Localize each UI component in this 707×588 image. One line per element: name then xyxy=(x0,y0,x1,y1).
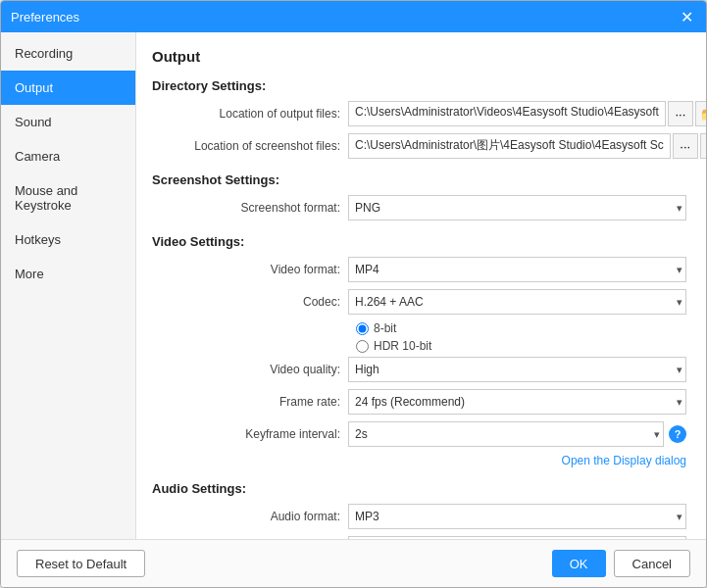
audio-format-label: Audio format: xyxy=(152,510,348,523)
screenshot-files-row: Location of screenshot files: C:\Users\A… xyxy=(152,133,686,159)
screenshot-folder-button[interactable]: 📁 xyxy=(700,133,706,159)
audio-format-control: MP3 AAC WAV FLAC ▾ xyxy=(348,504,686,529)
page-title: Output xyxy=(152,48,686,65)
video-quality-select-wrap: High Medium Low ▾ xyxy=(348,357,686,382)
audio-format-select[interactable]: MP3 AAC WAV FLAC xyxy=(348,504,686,529)
video-quality-row: Video quality: High Medium Low ▾ xyxy=(152,357,686,382)
codec-select-wrap: H.264 + AAC H.265 + AAC VP9 ▾ xyxy=(348,289,686,315)
output-folder-button[interactable]: 📁 xyxy=(695,101,706,126)
content-area: Recording Output Sound Camera Mouse and … xyxy=(1,32,706,539)
sidebar: Recording Output Sound Camera Mouse and … xyxy=(1,32,136,539)
video-format-row: Video format: MP4 MOV AVI MKV ▾ xyxy=(152,257,686,282)
codec-label: Codec: xyxy=(152,295,348,309)
directory-settings-title: Directory Settings: xyxy=(152,78,686,93)
framerate-select[interactable]: 24 fps (Recommend) 30 fps 60 fps xyxy=(348,389,686,415)
screenshot-files-label: Location of screenshot files: xyxy=(152,139,348,153)
video-format-select-wrap: MP4 MOV AVI MKV ▾ xyxy=(348,257,686,282)
8bit-row: 8-bit xyxy=(152,321,686,335)
framerate-label: Frame rate: xyxy=(152,395,348,409)
video-quality-control: High Medium Low ▾ xyxy=(348,357,686,382)
audio-format-select-wrap: MP3 AAC WAV FLAC ▾ xyxy=(348,504,686,529)
output-dots-button[interactable]: ··· xyxy=(668,101,693,126)
screenshot-settings-title: Screenshot Settings: xyxy=(152,172,686,187)
sidebar-item-more[interactable]: More xyxy=(1,257,135,291)
sidebar-item-mouse-and-keystroke[interactable]: Mouse and Keystroke xyxy=(1,173,135,222)
audio-codec-control: MP3 AAC ▾ xyxy=(348,536,686,539)
video-format-label: Video format: xyxy=(152,263,348,276)
help-button[interactable]: ? xyxy=(669,425,686,443)
screenshot-format-select-wrap: PNG JPG BMP GIF ▾ xyxy=(348,195,686,220)
audio-format-row: Audio format: MP3 AAC WAV FLAC ▾ xyxy=(152,504,686,529)
cancel-button[interactable]: Cancel xyxy=(614,550,690,577)
codec-row: Codec: H.264 + AAC H.265 + AAC VP9 ▾ xyxy=(152,289,686,315)
8bit-label: 8-bit xyxy=(374,321,396,335)
sidebar-item-hotkeys[interactable]: Hotkeys xyxy=(1,222,135,257)
framerate-row: Frame rate: 24 fps (Recommend) 30 fps 60… xyxy=(152,389,686,415)
ok-button[interactable]: OK xyxy=(552,550,606,577)
8bit-radio[interactable] xyxy=(356,322,369,335)
screenshot-format-row: Screenshot format: PNG JPG BMP GIF ▾ xyxy=(152,195,686,220)
video-format-select[interactable]: MP4 MOV AVI MKV xyxy=(348,257,686,282)
codec-control: H.264 + AAC H.265 + AAC VP9 ▾ xyxy=(348,289,686,315)
sidebar-item-recording[interactable]: Recording xyxy=(1,36,135,71)
sidebar-item-output[interactable]: Output xyxy=(1,71,135,105)
output-path-display: C:\Users\Administrator\Videos\4Easysoft … xyxy=(348,101,666,126)
framerate-select-wrap: 24 fps (Recommend) 30 fps 60 fps ▾ xyxy=(348,389,686,415)
screenshot-format-select[interactable]: PNG JPG BMP GIF xyxy=(348,195,686,220)
footer: Reset to Default OK Cancel xyxy=(1,539,706,587)
main-content: Output Directory Settings: Location of o… xyxy=(136,32,706,539)
screenshot-format-control: PNG JPG BMP GIF ▾ xyxy=(348,195,686,220)
video-quality-select[interactable]: High Medium Low xyxy=(348,357,686,382)
keyframe-label: Keyframe interval: xyxy=(152,427,348,441)
codec-select[interactable]: H.264 + AAC H.265 + AAC VP9 xyxy=(348,289,686,315)
display-dialog-link[interactable]: Open the Display dialog xyxy=(152,454,686,467)
close-button[interactable]: ✕ xyxy=(677,7,696,26)
output-files-label: Location of output files: xyxy=(152,107,348,121)
sidebar-item-sound[interactable]: Sound xyxy=(1,105,135,139)
hdr-row: HDR 10-bit xyxy=(152,339,686,353)
video-settings-title: Video Settings: xyxy=(152,234,686,249)
screenshot-files-control: C:\Users\Administrator\图片\4Easysoft Stud… xyxy=(348,133,706,159)
output-files-row: Location of output files: C:\Users\Admin… xyxy=(152,101,686,126)
screenshot-format-label: Screenshot format: xyxy=(152,201,348,215)
keyframe-control: 2s 4s 8s ▾ ? xyxy=(348,421,686,447)
hdr-radio[interactable] xyxy=(356,340,369,353)
video-format-control: MP4 MOV AVI MKV ▾ xyxy=(348,257,686,282)
sidebar-item-camera[interactable]: Camera xyxy=(1,139,135,173)
preferences-window: Preferences ✕ Recording Output Sound Cam… xyxy=(0,0,707,588)
footer-right-buttons: OK Cancel xyxy=(552,550,690,577)
titlebar: Preferences ✕ xyxy=(1,1,706,32)
keyframe-select[interactable]: 2s 4s 8s xyxy=(348,421,664,447)
hdr-label: HDR 10-bit xyxy=(374,339,431,353)
screenshot-dots-button[interactable]: ··· xyxy=(673,133,698,159)
window-title: Preferences xyxy=(11,10,79,24)
audio-codec-select-wrap: MP3 AAC ▾ xyxy=(348,536,686,539)
video-quality-label: Video quality: xyxy=(152,363,348,376)
framerate-control: 24 fps (Recommend) 30 fps 60 fps ▾ xyxy=(348,389,686,415)
audio-codec-select[interactable]: MP3 AAC xyxy=(348,536,686,539)
keyframe-select-wrap: 2s 4s 8s ▾ xyxy=(348,421,664,447)
reset-button[interactable]: Reset to Default xyxy=(17,550,145,577)
screenshot-path-display: C:\Users\Administrator\图片\4Easysoft Stud… xyxy=(348,133,671,159)
audio-settings-title: Audio Settings: xyxy=(152,481,686,496)
output-files-control: C:\Users\Administrator\Videos\4Easysoft … xyxy=(348,101,706,126)
keyframe-row: Keyframe interval: 2s 4s 8s ▾ ? xyxy=(152,421,686,447)
